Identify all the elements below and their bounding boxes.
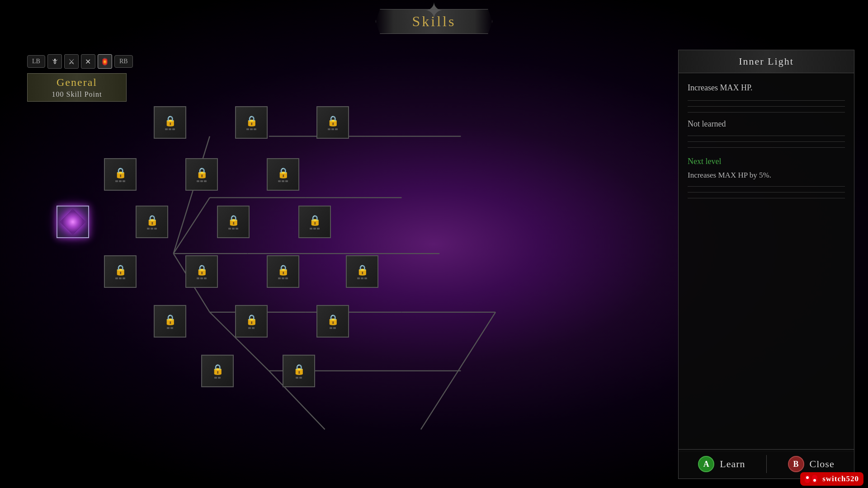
node-dots (310, 228, 320, 230)
lock-icon: 🔒 (356, 264, 368, 276)
skill-node[interactable]: 🔒 (316, 106, 349, 139)
node-dots (147, 228, 157, 230)
top-decoration: ✦ (425, 0, 443, 24)
lock-icon: 🔒 (309, 215, 321, 226)
svg-point-21 (813, 479, 816, 482)
lock-icon: 🔒 (114, 264, 127, 276)
node-dots (278, 277, 288, 279)
skill-node[interactable]: 🔒 (298, 206, 331, 238)
general-text: General (37, 76, 117, 89)
lock-icon: 🔒 (293, 364, 305, 375)
close-key-icon: B (788, 456, 804, 472)
lock-icon: 🔒 (277, 167, 289, 179)
category-tabs: LB 🗡 ⚔ ✕ 🏮 RB (27, 54, 133, 69)
skill-node[interactable]: 🔒 (154, 305, 186, 338)
lock-icon: 🔒 (196, 264, 208, 276)
active-node-glow (60, 209, 86, 235)
divider6 (688, 147, 845, 148)
node-dots (214, 377, 221, 379)
general-label: General 100 Skill Point (27, 73, 127, 102)
node-dots (296, 377, 302, 379)
skill-node[interactable]: 🔒 (104, 158, 137, 191)
node-dots (330, 327, 336, 329)
skill-node[interactable]: 🔒 (235, 305, 268, 338)
skill-node[interactable]: 🔒 (154, 106, 186, 139)
lock-icon: 🔒 (227, 215, 240, 226)
skill-node[interactable]: 🔒 (104, 255, 137, 288)
learn-button[interactable]: A Learn (698, 456, 745, 472)
lock-icon: 🔒 (327, 314, 339, 326)
rb-button[interactable]: RB (114, 55, 133, 68)
panel-content: Increases MAX HP. Not learned Next level… (679, 73, 854, 213)
node-dots (115, 277, 125, 279)
lock-icon: 🔒 (164, 115, 176, 127)
learn-label: Learn (720, 458, 745, 470)
nintendo-badge: switch520 (800, 472, 863, 486)
tab-cross[interactable]: ✕ (81, 54, 95, 69)
lock-icon: 🔒 (196, 167, 208, 179)
divider7 (688, 186, 845, 187)
nintendo-switch-icon (805, 474, 817, 484)
lock-icon: 🔒 (146, 215, 158, 226)
divider2 (688, 106, 845, 107)
node-dots (328, 128, 338, 130)
skill-node[interactable]: 🔒 (346, 255, 378, 288)
svg-line-2 (174, 136, 210, 253)
close-label: Close (810, 458, 835, 470)
node-dots (228, 228, 238, 230)
skill-node[interactable]: 🔒 (235, 106, 268, 139)
skill-node[interactable]: 🔒 (283, 355, 315, 387)
lock-icon: 🔒 (245, 115, 258, 127)
skill-tree: 🔒 🔒 🔒 🔒 🔒 🔒 🔒 (45, 45, 678, 461)
panel-title: Inner Light (679, 50, 854, 73)
node-dots (197, 180, 207, 182)
skill-node[interactable]: 🔒 (136, 206, 168, 238)
lock-icon: 🔒 (327, 115, 339, 127)
lock-icon: 🔒 (114, 167, 127, 179)
tab-lantern[interactable]: 🏮 (98, 54, 112, 69)
divider4 (688, 136, 845, 136)
skill-node[interactable]: 🔒 (316, 305, 349, 338)
divider5 (688, 141, 845, 142)
nintendo-text: switch520 (822, 474, 859, 483)
status-text: Not learned (688, 119, 845, 129)
panel-title-text: Inner Light (739, 56, 794, 67)
node-dots (165, 128, 175, 130)
node-dots (278, 180, 288, 182)
svg-line-3 (174, 197, 210, 253)
tab-axes[interactable]: ⚔ (64, 54, 79, 69)
tab-sword[interactable]: 🗡 (47, 54, 62, 69)
node-dots (167, 327, 173, 329)
skill-node[interactable]: 🔒 (267, 255, 299, 288)
side-panel: Inner Light Increases MAX HP. Not learne… (678, 50, 854, 452)
skill-node[interactable]: 🔒 (217, 206, 250, 238)
skill-connectors (45, 45, 678, 461)
next-level-label: Next level (688, 157, 845, 166)
lock-icon: 🔒 (164, 314, 176, 326)
panel-description: Increases MAX HP. (688, 82, 845, 94)
node-dots (248, 327, 255, 329)
divider1 (688, 100, 845, 101)
next-level-desc: Increases MAX HP by 5%. (688, 170, 845, 181)
divider3 (688, 112, 845, 113)
skill-node[interactable]: 🔒 (185, 158, 218, 191)
skill-node[interactable]: 🔒 (201, 355, 234, 387)
close-button[interactable]: B Close (788, 456, 835, 472)
lock-icon: 🔒 (212, 364, 224, 375)
svg-point-20 (806, 476, 809, 479)
learn-key-icon: A (698, 456, 714, 472)
lock-icon: 🔒 (245, 314, 258, 326)
divider9 (688, 198, 845, 198)
lock-icon: 🔒 (277, 264, 289, 276)
lb-button[interactable]: LB (27, 55, 45, 68)
node-dots (246, 128, 256, 130)
node-dots (115, 180, 125, 182)
skill-node-active[interactable] (57, 206, 89, 238)
skill-node[interactable]: 🔒 (267, 158, 299, 191)
node-dots (197, 277, 207, 279)
divider8 (688, 192, 845, 192)
skill-points: 100 Skill Point (37, 90, 117, 99)
node-dots (357, 277, 367, 279)
button-separator (766, 455, 767, 473)
skill-node[interactable]: 🔒 (185, 255, 218, 288)
